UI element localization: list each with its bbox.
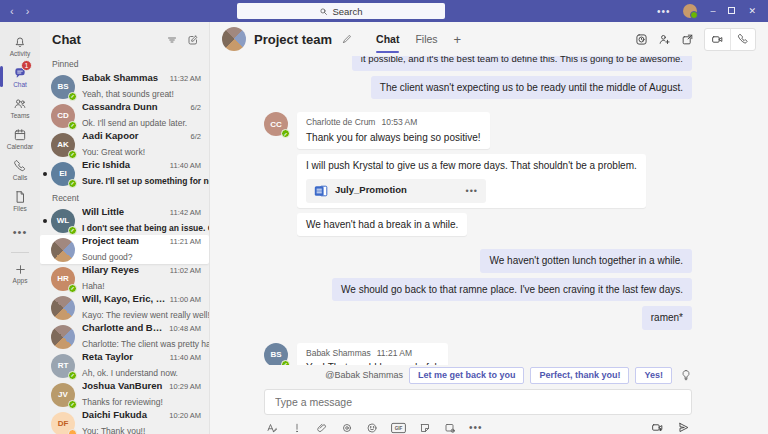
loop-component-button[interactable]: [341, 422, 353, 434]
suggested-reply-button[interactable]: Yes!: [635, 367, 672, 384]
chat-item-joshua-vanburen[interactable]: JV✓ Joshua VanBuren10:29 AMThanks for re…: [40, 380, 209, 409]
search-input[interactable]: Search: [237, 3, 445, 19]
chat-item-cassandra-dunn[interactable]: CD✓ Cassandra Dunn6/2Ok. I'll send an up…: [40, 101, 209, 130]
sent-message: The client wasn't expecting us to be rea…: [371, 76, 692, 100]
chat-item-eric-ishida[interactable]: EI✓ Eric Ishida11:40 AMSure. I'll set up…: [40, 159, 209, 188]
sticker-button[interactable]: [419, 422, 431, 434]
audio-call-button[interactable]: [730, 29, 755, 50]
paperclip-icon: [316, 422, 328, 434]
avatar: WL✓: [51, 209, 75, 233]
new-chat-button[interactable]: [187, 34, 199, 46]
message-group-charlotte: CC✓ Charlotte de Crum10:53 AM Thank you …: [264, 112, 692, 236]
tab-files[interactable]: Files: [415, 22, 437, 56]
chat-item-hilary-reyes[interactable]: HR✓ Hilary Reyes11:02 AMHaha!: [40, 264, 209, 293]
message-author: Babak Shammas: [306, 348, 371, 359]
chat-item-reta-taylor[interactable]: RT✓ Reta Taylor11:40 AMAh, ok. I underst…: [40, 351, 209, 380]
gif-button[interactable]: GIF: [391, 422, 406, 434]
sent-message: We haven't gotten lunch together in a wh…: [480, 249, 692, 273]
status-available-icon: ✓: [68, 226, 77, 235]
svg-text:GIF: GIF: [395, 426, 403, 431]
chat-item-aadi-kapoor[interactable]: AK✓ Aadi Kapoor6/2You: Great work!: [40, 130, 209, 159]
rail-item-activity[interactable]: Activity: [0, 31, 40, 60]
rail-item-apps[interactable]: Apps: [0, 259, 40, 288]
popout-chat-button[interactable]: [681, 33, 694, 46]
suggested-replies: @Babak Shammas Let me get back to you Pe…: [210, 365, 768, 387]
add-tab-button[interactable]: +: [454, 32, 462, 47]
suggested-reply-button[interactable]: Let me get back to you: [409, 367, 525, 384]
back-button[interactable]: ‹: [10, 6, 14, 17]
call-button-group: [704, 28, 756, 51]
delivery-options-button[interactable]: [291, 422, 303, 434]
pencil-icon: [342, 34, 352, 44]
status-available-icon: ✓: [281, 360, 290, 365]
rail-item-chat[interactable]: Chat 1: [0, 62, 40, 91]
reply-target-label: @Babak Shammas: [325, 370, 403, 380]
rail-item-teams[interactable]: Teams: [0, 93, 40, 122]
chat-item-will-kayo-eric[interactable]: Will, Kayo, Eric, +511:00 AMKayo: The re…: [40, 293, 209, 322]
user-avatar[interactable]: [683, 4, 697, 18]
send-button[interactable]: [677, 421, 690, 434]
avatar: EI✓: [51, 162, 75, 186]
forward-button[interactable]: ›: [26, 6, 30, 17]
sent-message: ramen*: [642, 306, 692, 330]
apps-icon: [444, 422, 456, 434]
compose-toolbar: GIF •••: [264, 415, 692, 434]
recent-section-label: Recent: [40, 188, 209, 206]
phone-icon: [13, 159, 27, 173]
chat-item-project-team[interactable]: Project team11:21 AMSound good?: [40, 235, 209, 264]
add-people-button[interactable]: [658, 33, 671, 46]
rail-item-files[interactable]: Files: [0, 186, 40, 215]
message-input[interactable]: [275, 396, 681, 408]
app-rail: Activity Chat 1 Teams Calendar Calls: [0, 22, 40, 434]
minimize-button[interactable]: –: [710, 7, 715, 16]
tab-chat[interactable]: Chat: [376, 22, 399, 56]
titlebar-more-button[interactable]: •••: [657, 6, 671, 17]
teams-icon: [13, 97, 27, 111]
edit-name-button[interactable]: [342, 34, 352, 44]
chat-item-will-little[interactable]: WL✓ Will Little11:42 AMI don't see that …: [40, 206, 209, 235]
rail-item-calendar[interactable]: Calendar: [0, 124, 40, 153]
conversation-title: Project team: [254, 32, 332, 47]
message-list[interactable]: it possible, and it's the best team to d…: [210, 56, 768, 365]
filter-button[interactable]: [166, 34, 178, 46]
clock-icon: [635, 33, 648, 46]
avatar: BS✓: [51, 75, 75, 99]
lightbulb-icon: [680, 369, 692, 381]
conversation-pane: Project team Chat Files +: [210, 22, 768, 434]
attachment-more-button[interactable]: •••: [466, 185, 478, 197]
chat-item-charlotte-and-babak[interactable]: Charlotte and Babak10:48 AMCharlotte: Th…: [40, 322, 209, 351]
rail-item-calls[interactable]: Calls: [0, 155, 40, 184]
sent-message: We should go back to that ramne place. I…: [332, 278, 692, 302]
status-available-icon: ✓: [281, 129, 290, 138]
video-camera-icon: [711, 33, 724, 46]
attachment-card[interactable]: July_Promotion •••: [306, 179, 486, 203]
suggestions-toggle-button[interactable]: [680, 369, 692, 381]
status-available-icon: ✓: [68, 121, 77, 130]
message-author: Charlotte de Crum: [306, 117, 375, 128]
compose-more-button[interactable]: •••: [469, 422, 483, 433]
video-clip-icon: [651, 421, 664, 434]
video-clip-button[interactable]: [651, 421, 664, 434]
attach-file-button[interactable]: [316, 422, 328, 434]
group-avatar: [51, 325, 75, 349]
message-input-box[interactable]: [264, 389, 692, 415]
close-button[interactable]: ✕: [748, 7, 756, 16]
chat-item-daichi-fukuda[interactable]: DF Daichi Fukuda10:20 AMYou: Thank you!!: [40, 409, 209, 434]
status-available-icon: ✓: [68, 371, 77, 380]
sticker-icon: [419, 422, 431, 434]
status-available-icon: ✓: [68, 400, 77, 409]
format-button[interactable]: [266, 422, 278, 434]
phone-icon: [737, 33, 749, 45]
scheduled-button[interactable]: [635, 33, 648, 46]
group-avatar: [51, 296, 75, 320]
video-call-button[interactable]: [705, 29, 730, 50]
maximize-button[interactable]: [728, 7, 735, 16]
rail-more-button[interactable]: •••: [0, 217, 40, 246]
sent-message: it possible, and it's the best team to d…: [352, 56, 692, 71]
more-icon: •••: [13, 226, 28, 238]
search-icon: [319, 7, 328, 16]
apps-button[interactable]: [444, 422, 456, 434]
suggested-reply-button[interactable]: Perfect, thank you!: [530, 367, 629, 384]
emoji-button[interactable]: [366, 422, 378, 434]
chat-item-babak-shammas[interactable]: BS✓ Babak Shammas11:32 AMYeah, that soun…: [40, 72, 209, 101]
